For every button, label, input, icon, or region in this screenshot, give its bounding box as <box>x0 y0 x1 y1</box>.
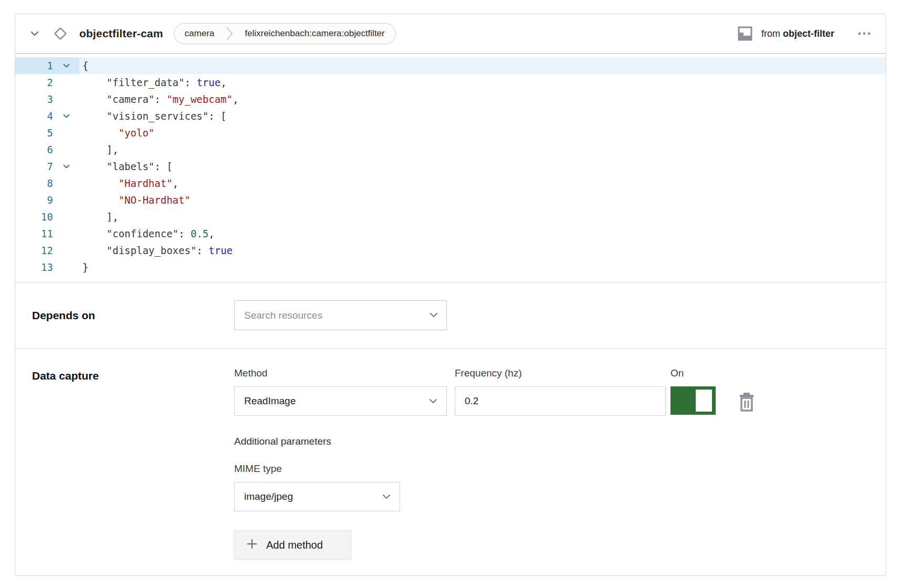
line-number: 4 <box>15 108 53 124</box>
line-number: 9 <box>15 192 53 208</box>
code-line[interactable]: 7 "labels": [ <box>15 158 886 175</box>
line-number: 3 <box>15 91 53 108</box>
capture-on-toggle[interactable] <box>670 386 716 415</box>
method-value: ReadImage <box>244 395 296 407</box>
code-line[interactable]: 5 "yolo" <box>15 124 886 141</box>
resource-model-tag: felixreichenbach:camera:objectfilter <box>234 24 395 44</box>
fold-spacer <box>53 91 79 108</box>
method-label: Method <box>234 368 447 379</box>
line-number: 12 <box>15 242 53 259</box>
code-line[interactable]: 4 "vision_services": [ <box>15 108 886 124</box>
line-number: 8 <box>15 175 53 192</box>
code-line-content: ], <box>79 141 886 158</box>
code-line-content: { <box>79 57 886 74</box>
resource-type-model-pill: camera felixreichenbach:camera:objectfil… <box>174 23 396 44</box>
additional-parameters-label: Additional parameters <box>234 436 869 447</box>
method-select[interactable]: ReadImage <box>234 386 447 416</box>
frequency-label: Frequency (hz) <box>455 368 666 379</box>
code-line-content: "filter_data": true, <box>79 74 886 91</box>
code-line-content: "display_boxes": true <box>79 242 886 259</box>
add-method-button[interactable]: Add method <box>234 530 351 560</box>
plus-icon <box>246 538 258 552</box>
code-line-content: "labels": [ <box>79 158 886 175</box>
fold-spacer <box>53 141 79 158</box>
search-resources-input[interactable] <box>234 300 447 330</box>
mime-type-select[interactable]: image/jpeg <box>234 482 400 511</box>
code-line[interactable]: 6 ], <box>15 141 886 158</box>
fold-chevron-icon[interactable] <box>53 158 79 175</box>
capture-toggle-label: On <box>670 368 716 379</box>
line-number: 6 <box>15 141 53 158</box>
line-number: 7 <box>15 158 53 175</box>
depends-on-select[interactable] <box>234 300 447 330</box>
code-line-content: "yolo" <box>79 124 886 141</box>
fold-spacer <box>53 175 79 192</box>
module-name: object-filter <box>783 28 834 39</box>
code-line[interactable]: 9 "NO-Hardhat" <box>15 192 886 208</box>
depends-on-heading: Depends on <box>32 309 234 322</box>
from-label: from <box>761 28 783 39</box>
depends-on-section: Depends on <box>15 282 886 348</box>
camera-component-diamond-icon <box>49 22 72 45</box>
more-options-icon[interactable] <box>855 29 873 38</box>
code-line-content: "NO-Hardhat" <box>79 192 886 208</box>
mime-type-value: image/jpeg <box>244 491 293 502</box>
fold-spacer <box>53 192 79 208</box>
resource-card: objectfilter-cam camera felixreichenbach… <box>15 14 886 576</box>
code-line-content: "confidence": 0.5, <box>79 225 886 242</box>
fold-spacer <box>53 208 79 225</box>
data-capture-section: Data capture Method ReadImage Frequency … <box>15 348 886 575</box>
code-line-content: "camera": "my_webcam", <box>79 91 886 108</box>
delete-method-trash-icon[interactable] <box>736 390 758 415</box>
line-number: 10 <box>15 208 53 225</box>
fold-spacer <box>53 225 79 242</box>
json-config-editor[interactable]: 1{2 "filter_data": true,3 "camera": "my_… <box>15 53 886 282</box>
fold-spacer <box>53 124 79 141</box>
code-line[interactable]: 11 "confidence": 0.5, <box>15 225 886 242</box>
pill-separator-chevron-icon <box>225 24 234 44</box>
code-line-content: "Hardhat", <box>79 175 886 192</box>
module-icon <box>735 24 755 44</box>
toggle-knob <box>696 390 712 412</box>
code-line[interactable]: 1{ <box>15 57 886 74</box>
code-line[interactable]: 10 ], <box>15 208 886 225</box>
line-number: 1 <box>15 57 53 74</box>
fold-chevron-icon[interactable] <box>53 108 79 124</box>
line-number: 5 <box>15 124 53 141</box>
code-line[interactable]: 2 "filter_data": true, <box>15 74 886 91</box>
fold-chevron-icon[interactable] <box>53 57 79 74</box>
add-method-label: Add method <box>266 539 323 551</box>
collapse-chevron-icon[interactable] <box>28 28 41 39</box>
chevron-down-icon <box>428 395 438 407</box>
resource-type-tag: camera <box>174 24 225 44</box>
line-number: 11 <box>15 225 53 242</box>
code-line-content: } <box>79 259 886 276</box>
fold-spacer <box>53 74 79 91</box>
module-source: from object-filter <box>735 24 834 44</box>
code-line-content: ], <box>79 208 886 225</box>
code-line[interactable]: 12 "display_boxes": true <box>15 242 886 259</box>
mime-type-label: MIME type <box>234 463 869 475</box>
fold-spacer <box>53 259 79 276</box>
card-header: objectfilter-cam camera felixreichenbach… <box>15 14 886 53</box>
frequency-input[interactable] <box>455 386 666 416</box>
code-line[interactable]: 3 "camera": "my_webcam", <box>15 91 886 108</box>
data-capture-heading: Data capture <box>32 368 234 560</box>
module-source-text: from object-filter <box>761 28 834 39</box>
code-line[interactable]: 8 "Hardhat", <box>15 175 886 192</box>
code-line-content: "vision_services": [ <box>79 108 886 124</box>
line-number: 2 <box>15 74 53 91</box>
code-editor-lines: 1{2 "filter_data": true,3 "camera": "my_… <box>15 57 886 276</box>
chevron-down-icon <box>382 491 391 502</box>
resource-title: objectfilter-cam <box>79 27 163 40</box>
line-number: 13 <box>15 259 53 276</box>
code-line[interactable]: 13} <box>15 259 886 276</box>
fold-spacer <box>53 242 79 259</box>
